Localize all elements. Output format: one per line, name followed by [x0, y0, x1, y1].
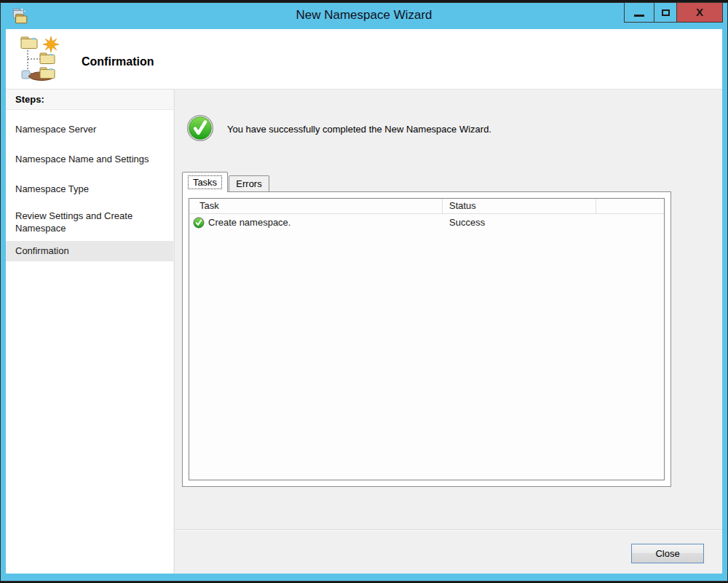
task-list: Task Status: [189, 198, 665, 480]
close-icon: X: [696, 3, 703, 22]
wizard-content: You have successfully completed the New …: [174, 90, 722, 574]
window-title: New Namespace Wizard: [1, 3, 727, 29]
close-window-button[interactable]: X: [676, 2, 723, 23]
steps-heading: Steps:: [6, 90, 173, 110]
window-body: Confirmation Steps: Namespace Server Nam…: [6, 29, 722, 574]
wizard-header: Confirmation: [6, 29, 722, 90]
tab-errors[interactable]: Errors: [229, 175, 269, 191]
steps-sidebar: Steps: Namespace Server Namespace Name a…: [6, 90, 173, 574]
tab-errors-label: Errors: [236, 178, 261, 189]
tab-tasks[interactable]: Tasks: [182, 172, 228, 192]
wizard-window: New Namespace Wizard X: [0, 2, 728, 582]
step-review-settings-and-create-namespace[interactable]: Review Settings and Create Namespace: [6, 210, 173, 234]
confirmation-header-icon: [20, 35, 62, 82]
column-header-empty: [596, 199, 664, 213]
close-button[interactable]: Close: [631, 544, 704, 563]
column-header-status[interactable]: Status: [443, 199, 596, 213]
task-status: Success: [443, 217, 596, 228]
table-row[interactable]: Create namespace. Success: [189, 214, 664, 231]
column-header-task[interactable]: Task: [189, 199, 443, 213]
titlebar[interactable]: New Namespace Wizard X: [1, 3, 727, 29]
maximize-button[interactable]: [654, 2, 677, 23]
tasks-tab-panel: Task Status: [182, 191, 671, 487]
maximize-icon: [662, 9, 670, 16]
success-check-icon: [186, 114, 214, 142]
step-namespace-server[interactable]: Namespace Server: [6, 123, 173, 135]
window-controls: X: [625, 2, 723, 23]
tab-tasks-label: Tasks: [188, 175, 222, 189]
footer-separator: [175, 529, 722, 531]
step-namespace-name-and-settings[interactable]: Namespace Name and Settings: [6, 153, 173, 165]
page-title: Confirmation: [82, 55, 154, 68]
step-confirmation[interactable]: Confirmation: [6, 241, 173, 261]
success-message: You have successfully completed the New …: [227, 124, 491, 135]
task-success-icon: [193, 217, 205, 229]
minimize-button[interactable]: [624, 2, 654, 23]
step-namespace-type[interactable]: Namespace Type: [6, 183, 173, 195]
task-list-header: Task Status: [189, 199, 664, 214]
minimize-icon: [634, 15, 644, 17]
task-name: Create namespace.: [208, 217, 290, 228]
